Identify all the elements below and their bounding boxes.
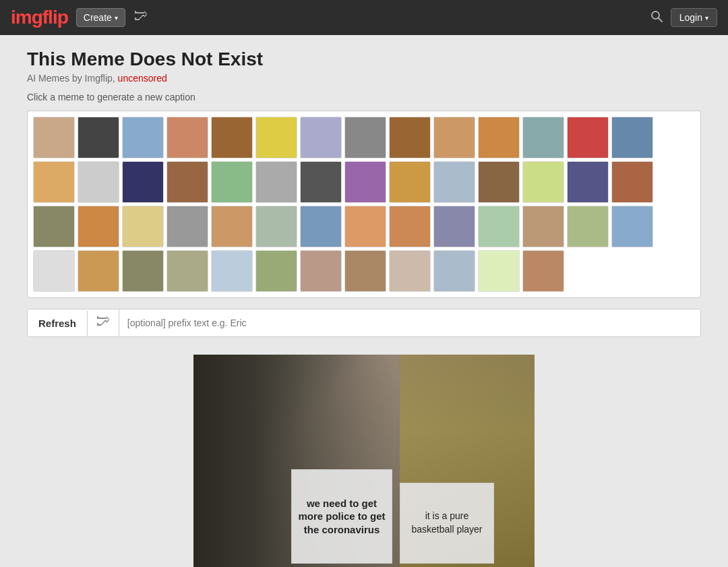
meme-thumb[interactable] <box>33 161 75 203</box>
meme-thumb[interactable] <box>122 161 164 203</box>
refresh-button[interactable]: Refresh <box>28 311 88 336</box>
meme-thumb[interactable] <box>78 161 119 203</box>
logo-img: img <box>11 7 42 28</box>
meme-thumb[interactable] <box>344 161 386 203</box>
meme-thumb[interactable] <box>255 161 297 203</box>
subtitle-main: AI Memes by Imgflip, <box>27 73 115 84</box>
meme-thumb[interactable] <box>344 250 386 292</box>
meme-thumb[interactable] <box>522 117 564 158</box>
uncensored-link[interactable]: uncensored <box>118 73 167 84</box>
meme-thumb[interactable] <box>33 117 75 158</box>
shuffle-button[interactable] <box>88 309 119 336</box>
meme-thumb[interactable] <box>255 250 297 292</box>
meme-image[interactable]: we need to get more police to get the co… <box>193 355 535 567</box>
meme-thumb[interactable] <box>166 250 208 292</box>
meme-thumb[interactable] <box>478 117 520 158</box>
meme-thumb[interactable] <box>78 117 119 158</box>
meme-thumb[interactable] <box>522 206 564 247</box>
meme-thumb[interactable] <box>78 250 119 292</box>
meme-thumb[interactable] <box>78 206 119 247</box>
meme-thumb[interactable] <box>611 117 653 158</box>
meme-display: we need to get more police to get the co… <box>27 348 701 567</box>
meme-grid <box>27 111 701 298</box>
page-title: This Meme Does Not Exist <box>27 49 701 70</box>
meme-thumb[interactable] <box>567 206 609 247</box>
controls-row: Refresh <box>27 309 701 337</box>
meme-thumb[interactable] <box>522 250 564 292</box>
logo[interactable]: imgflip <box>11 7 68 28</box>
meme-thumb[interactable] <box>389 250 431 292</box>
meme-thumb[interactable] <box>166 206 208 247</box>
meme-thumb[interactable] <box>433 250 475 292</box>
create-button[interactable]: Create <box>76 8 125 27</box>
meme-thumb[interactable] <box>389 117 431 158</box>
meme-thumb[interactable] <box>211 117 253 158</box>
meme-thumb[interactable] <box>300 250 342 292</box>
instruction-text: Click a meme to generate a new caption <box>27 92 701 102</box>
meme-thumb[interactable] <box>611 161 653 203</box>
meme-thumb[interactable] <box>122 206 164 247</box>
meme-thumb[interactable] <box>567 161 609 203</box>
meme-left-text: we need to get more police to get the co… <box>291 469 392 564</box>
meme-thumb[interactable] <box>122 250 164 292</box>
meme-thumb[interactable] <box>255 117 297 158</box>
meme-thumb[interactable] <box>211 161 253 203</box>
meme-thumb[interactable] <box>344 117 386 158</box>
meme-thumb[interactable] <box>300 117 342 158</box>
meme-thumb[interactable] <box>211 206 253 247</box>
meme-thumb[interactable] <box>433 161 475 203</box>
meme-thumb[interactable] <box>166 117 208 158</box>
search-icon[interactable] <box>650 10 663 26</box>
navbar: imgflip Create Login <box>0 0 728 35</box>
meme-thumb[interactable] <box>522 161 564 203</box>
meme-thumb[interactable] <box>166 161 208 203</box>
meme-right-text: it is a pure basketball player <box>400 483 494 564</box>
meme-thumb[interactable] <box>344 206 386 247</box>
meme-thumb[interactable] <box>389 206 431 247</box>
meme-thumb[interactable] <box>478 206 520 247</box>
meme-thumb[interactable] <box>122 117 164 158</box>
meme-thumb[interactable] <box>433 117 475 158</box>
meme-thumb[interactable] <box>389 161 431 203</box>
prefix-input[interactable] <box>119 311 700 335</box>
meme-thumb[interactable] <box>300 206 342 247</box>
meme-thumb[interactable] <box>300 161 342 203</box>
login-button[interactable]: Login <box>671 8 717 27</box>
subtitle: AI Memes by Imgflip, uncensored <box>27 73 701 84</box>
meme-thumb[interactable] <box>567 117 609 158</box>
main-content: This Meme Does Not Exist AI Memes by Img… <box>0 35 728 567</box>
meme-thumb[interactable] <box>33 206 75 247</box>
meme-thumb[interactable] <box>255 206 297 247</box>
meme-thumb[interactable] <box>478 161 520 203</box>
meme-thumb[interactable] <box>433 206 475 247</box>
meme-thumb[interactable] <box>611 206 653 247</box>
meme-background: we need to get more police to get the co… <box>193 355 535 567</box>
svg-line-1 <box>658 18 662 22</box>
meme-thumb[interactable] <box>478 250 520 292</box>
logo-flip: flip <box>42 7 68 28</box>
shuffle-nav-icon[interactable] <box>133 11 148 25</box>
meme-thumb[interactable] <box>211 250 253 292</box>
meme-thumb[interactable] <box>33 250 75 292</box>
